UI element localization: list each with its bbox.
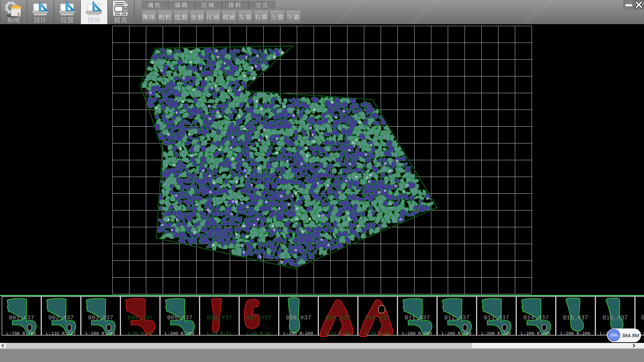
svg-text:002_#37: 002_#37 (48, 314, 74, 321)
svg-text:005_#37: 005_#37 (167, 314, 193, 321)
svg-text:38%: 38% (610, 333, 618, 337)
svg-text:L:200 R:200: L:200 R:200 (283, 331, 313, 336)
svg-text:007_#37: 007_#37 (246, 314, 272, 321)
svg-text:008_#37: 008_#37 (286, 314, 311, 321)
svg-text:009_#37: 009_#37 (325, 314, 351, 321)
svg-text:016_#37: 016_#37 (602, 314, 628, 321)
svg-text:014_#37: 014_#37 (523, 314, 549, 321)
svg-text:0: 0 (641, 314, 644, 321)
svg-text:L:200 R:200: L:200 R:200 (560, 331, 590, 336)
svg-text:L:200 R:200: L:200 R:200 (164, 331, 194, 336)
svg-text:L:200 R:200: L:200 R:200 (481, 331, 511, 336)
svg-text:006_#37: 006_#37 (207, 314, 232, 321)
svg-text:L:200 R:200: L:200 R:200 (402, 331, 432, 336)
svg-text:L:31 R:31: L:31 R:31 (128, 331, 152, 336)
svg-text:L:700 R:700: L:700 R:700 (6, 331, 36, 336)
svg-text:011_#37: 011_#37 (405, 314, 430, 321)
svg-text:001_#37: 001_#37 (9, 314, 34, 321)
svg-text:010_#37: 010_#37 (365, 314, 390, 321)
svg-text:L:132 R:132: L:132 R:132 (46, 331, 75, 336)
svg-text:L:31 R:31: L:31 R:31 (247, 331, 271, 336)
svg-text:012_#37: 012_#37 (444, 314, 470, 321)
svg-text:L:33 R:33: L:33 R:33 (365, 331, 390, 336)
svg-text:L:200 R:200: L:200 R:200 (521, 331, 550, 336)
svg-text:015_#37: 015_#37 (563, 314, 588, 321)
svg-text:L:200 R:200: L:200 R:200 (85, 331, 115, 336)
svg-text:004_#37: 004_#37 (127, 314, 153, 321)
svg-text:384.8M: 384.8M (622, 333, 639, 338)
svg-text:013_#37: 013_#37 (484, 314, 509, 321)
svg-text:L:200 R:200: L:200 R:200 (441, 331, 471, 336)
svg-text:L:32 R:31: L:32 R:31 (326, 331, 350, 336)
svg-text:003_#37: 003_#37 (88, 314, 113, 321)
svg-text:L:21 R:21: L:21 R:21 (207, 331, 231, 336)
